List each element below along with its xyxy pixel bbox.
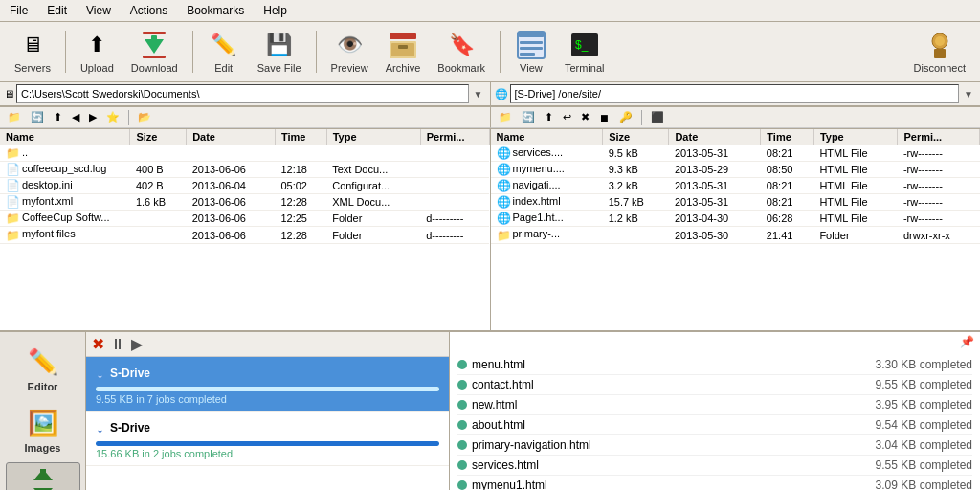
log-filename: contact.html — [457, 378, 534, 391]
transfer-item[interactable]: ↓ S-Drive 9.55 KB in 7 jobs completed — [86, 357, 449, 412]
log-filename: primary-navigation.html — [457, 438, 591, 452]
disconnect-icon — [924, 30, 955, 60]
servers-button[interactable]: 🖥 Servers — [8, 26, 57, 78]
archive-icon — [388, 30, 418, 60]
download-label: Download — [131, 62, 178, 74]
local-col-time[interactable]: Time — [275, 129, 326, 145]
local-mini-new-folder[interactable]: 📂 — [134, 109, 155, 125]
file-date: 2013-05-30 — [669, 227, 761, 243]
list-item[interactable]: contact.html 9.55 KB completed — [457, 375, 972, 395]
menu-help[interactable]: Help — [259, 2, 291, 19]
sidebar-item-activity[interactable]: Activity — [6, 462, 80, 490]
local-path-row: 🖥 ▼ — [0, 82, 491, 106]
table-row[interactable]: 📄desktop.ini 402 B 2013-06-04 05:02 Conf… — [0, 178, 489, 194]
remote-mini-up[interactable]: ⬆ — [541, 109, 557, 125]
local-mini-folder[interactable]: 📁 — [4, 109, 25, 125]
remote-mini-terminal[interactable]: ⬛ — [647, 109, 668, 125]
remote-mini-stop[interactable]: ⏹ — [595, 110, 613, 125]
menu-file[interactable]: File — [6, 2, 32, 19]
menu-actions[interactable]: Actions — [126, 2, 171, 19]
list-item[interactable]: new.html 3.95 KB completed — [457, 395, 972, 415]
local-col-type[interactable]: Type — [326, 129, 420, 145]
menu-edit[interactable]: Edit — [43, 2, 71, 19]
preview-button[interactable]: 👁️ Preview — [324, 26, 375, 78]
file-size — [603, 227, 669, 243]
file-icon: 📄 — [6, 179, 19, 192]
remote-mini-key[interactable]: 🔑 — [615, 109, 636, 125]
table-row[interactable]: 📄coffeecup_scd.log 400 B 2013-06-06 12:1… — [0, 162, 489, 178]
upload-label: Upload — [80, 62, 114, 74]
local-col-size[interactable]: Size — [130, 129, 187, 145]
remote-path-arrow[interactable]: ▼ — [961, 89, 976, 100]
remote-col-name[interactable]: Name — [491, 129, 603, 145]
disconnect-button[interactable]: Disconnect — [907, 26, 972, 78]
table-row[interactable]: 🌐Page1.ht... 1.2 kB 2013-04-30 06:28 HTM… — [491, 211, 980, 227]
list-item[interactable]: services.html 9.55 KB completed — [457, 456, 972, 476]
file-perms: d--------- — [420, 227, 489, 243]
table-row[interactable]: 📁.. — [0, 145, 489, 162]
local-col-name[interactable]: Name — [0, 129, 130, 145]
pause-button[interactable]: ⏸ — [110, 336, 125, 353]
sidebar-item-editor[interactable]: ✏️ Editor — [6, 340, 80, 397]
download-button[interactable]: Download — [124, 26, 185, 78]
bookmark-button[interactable]: 🔖 Bookmark — [431, 26, 492, 78]
remote-mini-reload[interactable]: ↩ — [559, 109, 575, 125]
table-row[interactable]: 🌐navigati.... 3.2 kB 2013-05-31 08:21 HT… — [491, 178, 980, 194]
list-item[interactable]: about.html 9.54 KB completed — [457, 415, 972, 435]
list-item[interactable]: primary-navigation.html 3.04 KB complete… — [457, 435, 972, 456]
remote-path-input[interactable] — [510, 84, 960, 103]
file-name: 🌐Page1.ht... — [491, 211, 603, 227]
local-path-input[interactable] — [16, 84, 469, 103]
file-icon: 📁 — [6, 212, 19, 225]
stop-button[interactable]: ✖ — [92, 335, 104, 353]
file-type: Folder — [326, 227, 420, 243]
pin-button[interactable]: 📌 — [954, 332, 980, 351]
savefile-button[interactable]: 💾 Save File — [251, 26, 308, 78]
remote-col-type[interactable]: Type — [813, 129, 898, 145]
menu-view[interactable]: View — [82, 2, 115, 19]
download-icon — [139, 30, 169, 60]
list-item[interactable]: menu.html 3.30 KB completed — [457, 355, 972, 375]
local-mini-fwd[interactable]: ▶ — [85, 109, 100, 125]
list-item[interactable]: mymenu1.html 3.09 KB completed — [457, 476, 972, 490]
archive-button[interactable]: Archive — [379, 26, 428, 78]
table-row[interactable]: 📄myfont.xml 1.6 kB 2013-06-06 12:28 XML … — [0, 194, 489, 211]
remote-mini-del[interactable]: ✖ — [577, 109, 593, 125]
resume-button[interactable]: ▶ — [131, 335, 143, 353]
remote-mini-folder[interactable]: 📁 — [495, 109, 516, 125]
table-row[interactable]: 📁primary-... 2013-05-30 21:41 Folder drw… — [491, 227, 980, 243]
file-date: 2013-06-06 — [187, 211, 276, 227]
upload-button[interactable]: ⬆ Upload — [74, 26, 121, 78]
file-icon: 📁 — [6, 146, 19, 160]
table-row[interactable]: 🌐services.... 9.5 kB 2013-05-31 08:21 HT… — [491, 145, 980, 162]
log-filename: services.html — [457, 458, 539, 472]
remote-mini-refresh[interactable]: 🔄 — [518, 109, 539, 125]
file-size: 9.3 kB — [603, 162, 669, 178]
local-col-perm[interactable]: Permi... — [420, 129, 489, 145]
remote-col-size[interactable]: Size — [603, 129, 669, 145]
remote-col-date[interactable]: Date — [669, 129, 761, 145]
transfer-item[interactable]: ↓ S-Drive 15.66 KB in 2 jobs completed — [86, 412, 449, 466]
table-row[interactable]: 🌐mymenu.... 9.3 kB 2013-05-29 08:50 HTML… — [491, 162, 980, 178]
table-row[interactable]: 📁myfont files 2013-06-06 12:28 Folder d-… — [0, 227, 489, 243]
local-mini-back[interactable]: ◀ — [68, 109, 83, 125]
edit-button[interactable]: ✏️ Edit — [201, 26, 247, 78]
progress-bar — [96, 441, 439, 446]
table-row[interactable]: 🌐index.html 15.7 kB 2013-05-31 08:21 HTM… — [491, 194, 980, 211]
local-pane: Name Size Date Time Type Permi... 📁.. 📄c… — [0, 129, 491, 330]
remote-col-time[interactable]: Time — [761, 129, 814, 145]
local-mini-fav[interactable]: ⭐ — [102, 109, 123, 125]
local-col-date[interactable]: Date — [187, 129, 276, 145]
sidebar-item-images[interactable]: 🖼️ Images — [6, 401, 80, 458]
local-mini-refresh[interactable]: 🔄 — [27, 109, 48, 125]
svg-rect-9 — [518, 32, 545, 37]
file-type: Configurat... — [326, 178, 420, 194]
table-row[interactable]: 📁CoffeeCup Softw... 2013-06-06 12:25 Fol… — [0, 211, 489, 227]
savefile-label: Save File — [257, 62, 301, 74]
remote-col-perm[interactable]: Permi... — [898, 129, 980, 145]
local-mini-up[interactable]: ⬆ — [50, 109, 66, 125]
menu-bookmarks[interactable]: Bookmarks — [183, 2, 248, 19]
terminal-button[interactable]: $_ Terminal — [558, 26, 612, 78]
local-path-arrow[interactable]: ▼ — [471, 89, 486, 100]
view-button[interactable]: View — [508, 26, 554, 78]
